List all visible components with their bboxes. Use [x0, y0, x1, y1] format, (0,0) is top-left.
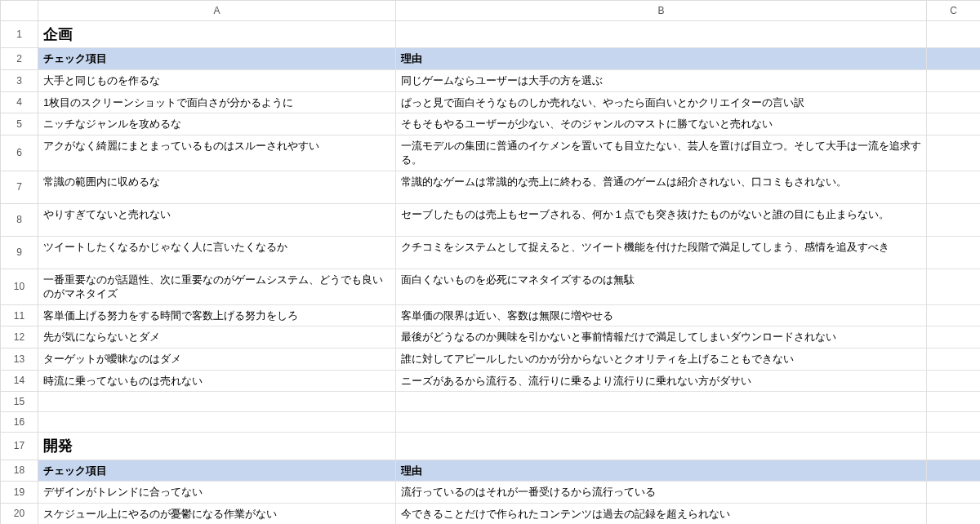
cell[interactable]: スケジュール上にやるのが憂鬱になる作業がない [38, 503, 396, 524]
row-header[interactable]: 19 [1, 482, 38, 504]
row: 10一番重要なのが話題性、次に重要なのがゲームシステム、どうでも良いのがマネタイ… [1, 269, 981, 304]
row: 17開発 [1, 433, 981, 460]
row-header[interactable]: 15 [1, 392, 38, 412]
row-header[interactable]: 20 [1, 503, 38, 524]
cell[interactable]: 先が気にならないとダメ [38, 326, 396, 349]
cell[interactable] [396, 21, 927, 48]
row-header[interactable]: 16 [1, 412, 38, 433]
row: 13ターゲットが曖昧なのはダメ誰に対してアピールしたいのかが分からないとクオリテ… [1, 348, 981, 370]
row: 7常識の範囲内に収めるな常識的なゲームは常識的な売上に終わる、普通のゲームは紹介… [1, 171, 981, 203]
cell[interactable] [927, 460, 981, 482]
cell[interactable] [927, 503, 981, 524]
cell[interactable] [927, 348, 981, 370]
cell[interactable]: 一番重要なのが話題性、次に重要なのがゲームシステム、どうでも良いのがマネタイズ [38, 269, 396, 304]
row-header[interactable]: 5 [1, 113, 38, 135]
cell[interactable]: 常識的なゲームは常識的な売上に終わる、普通のゲームは紹介されない、口コミもされな… [396, 171, 927, 203]
section-title-cell[interactable]: 開発 [38, 433, 396, 460]
cell[interactable]: ぱっと見で面白そうなものしか売れない、やったら面白いとかクリエイターの言い訳 [396, 91, 927, 113]
cell[interactable]: 同じゲームならユーザーは大手の方を選ぶ [396, 70, 927, 92]
cell[interactable] [927, 370, 981, 392]
row-header[interactable]: 8 [1, 203, 38, 236]
row-header[interactable]: 10 [1, 269, 38, 304]
cell[interactable]: 誰に対してアピールしたいのかが分からないとクオリティを上げることもできない [396, 348, 927, 370]
row: 3大手と同じものを作るな同じゲームならユーザーは大手の方を選ぶ [1, 70, 981, 92]
cell[interactable] [927, 304, 981, 326]
cell[interactable] [396, 433, 927, 460]
cell[interactable] [396, 412, 927, 433]
cell[interactable] [38, 412, 396, 433]
select-all-corner[interactable] [1, 1, 38, 21]
cell[interactable]: ターゲットが曖昧なのはダメ [38, 348, 396, 370]
cell[interactable] [927, 91, 981, 113]
cell[interactable]: 今できることだけで作られたコンテンツは過去の記録を超えられない [396, 503, 927, 524]
cell[interactable] [38, 392, 396, 412]
cell[interactable]: 客単価の限界は近い、客数は無限に増やせる [396, 304, 927, 326]
row: 8やりすぎてないと売れないセーブしたものは売上もセーブされる、何か１点でも突き抜… [1, 203, 981, 236]
cell[interactable] [927, 236, 981, 269]
cell[interactable]: クチコミをシステムとして捉えると、ツイート機能を付けた段階で満足してしまう、感情… [396, 236, 927, 269]
row-header[interactable]: 6 [1, 135, 38, 171]
cell[interactable] [927, 482, 981, 504]
cell[interactable]: ツイートしたくなるかじゃなく人に言いたくなるか [38, 236, 396, 269]
subheader-cell[interactable]: 理由 [396, 460, 927, 482]
cell[interactable] [927, 21, 981, 48]
cell[interactable]: 流行っているのはそれが一番受けるから流行っている [396, 482, 927, 504]
row: 41枚目のスクリーンショットで面白さが分かるようにぱっと見で面白そうなものしか売… [1, 91, 981, 113]
column-header-row: A B C [1, 1, 981, 21]
row: 15 [1, 392, 981, 412]
row-header[interactable]: 17 [1, 433, 38, 460]
subheader-cell[interactable]: チェック項目 [38, 48, 396, 70]
cell[interactable] [927, 171, 981, 203]
cell[interactable] [396, 392, 927, 412]
cell[interactable]: アクがなく綺麗にまとまっているものはスルーされやすい [38, 135, 396, 171]
row: 1企画 [1, 21, 981, 48]
row-header[interactable]: 2 [1, 48, 38, 70]
row-header[interactable]: 11 [1, 304, 38, 326]
row: 2チェック項目理由 [1, 48, 981, 70]
cell[interactable]: ニッチなジャンルを攻めるな [38, 113, 396, 135]
cell[interactable]: 1枚目のスクリーンショットで面白さが分かるように [38, 91, 396, 113]
cell[interactable]: ニーズがあるから流行る、流行りに乗るより流行りに乗れない方がダサい [396, 370, 927, 392]
cell[interactable] [927, 269, 981, 304]
cell[interactable]: 最後がどうなるのか興味を引かないと事前情報だけで満足してしまいダウンロードされな… [396, 326, 927, 349]
cell[interactable] [927, 412, 981, 433]
cell[interactable]: 一流モデルの集団に普通のイケメンを置いても目立たない、芸人を置けば目立つ。そして… [396, 135, 927, 171]
cell[interactable]: 面白くないものを必死にマネタイズするのは無駄 [396, 269, 927, 304]
row-header[interactable]: 14 [1, 370, 38, 392]
row-header[interactable]: 4 [1, 91, 38, 113]
cell[interactable]: そもそもやるユーザーが少ない、そのジャンルのマストに勝てないと売れない [396, 113, 927, 135]
cell[interactable] [927, 203, 981, 236]
cell[interactable]: デザインがトレンドに合ってない [38, 482, 396, 504]
row: 5ニッチなジャンルを攻めるなそもそもやるユーザーが少ない、そのジャンルのマストに… [1, 113, 981, 135]
section-title-cell[interactable]: 企画 [38, 21, 396, 48]
cell[interactable]: セーブしたものは売上もセーブされる、何か１点でも突き抜けたものがないと誰の目にも… [396, 203, 927, 236]
row-header[interactable]: 12 [1, 326, 38, 349]
cell[interactable]: 客単価上げる努力をする時間で客数上げる努力をしろ [38, 304, 396, 326]
cell[interactable]: やりすぎてないと売れない [38, 203, 396, 236]
row-header[interactable]: 18 [1, 460, 38, 482]
cell[interactable] [927, 433, 981, 460]
subheader-cell[interactable]: 理由 [396, 48, 927, 70]
row-header[interactable]: 1 [1, 21, 38, 48]
cell[interactable]: 時流に乗ってないものは売れない [38, 370, 396, 392]
column-header-B[interactable]: B [396, 1, 927, 21]
cell[interactable] [927, 326, 981, 349]
row: 6アクがなく綺麗にまとまっているものはスルーされやすい一流モデルの集団に普通のイ… [1, 135, 981, 171]
cell[interactable]: 大手と同じものを作るな [38, 70, 396, 92]
row-header[interactable]: 3 [1, 70, 38, 92]
row: 19デザインがトレンドに合ってない流行っているのはそれが一番受けるから流行ってい… [1, 482, 981, 504]
cell[interactable] [927, 113, 981, 135]
subheader-cell[interactable]: チェック項目 [38, 460, 396, 482]
column-header-C[interactable]: C [927, 1, 981, 21]
cell[interactable] [927, 392, 981, 412]
column-header-A[interactable]: A [38, 1, 396, 21]
cell[interactable] [927, 70, 981, 92]
row-header[interactable]: 9 [1, 236, 38, 269]
cell[interactable]: 常識の範囲内に収めるな [38, 171, 396, 203]
cell[interactable] [927, 135, 981, 171]
spreadsheet[interactable]: A B C 1企画2チェック項目理由3大手と同じものを作るな同じゲームならユーザ… [0, 0, 980, 524]
row: 16 [1, 412, 981, 433]
cell[interactable] [927, 48, 981, 70]
row-header[interactable]: 13 [1, 348, 38, 370]
row-header[interactable]: 7 [1, 171, 38, 203]
